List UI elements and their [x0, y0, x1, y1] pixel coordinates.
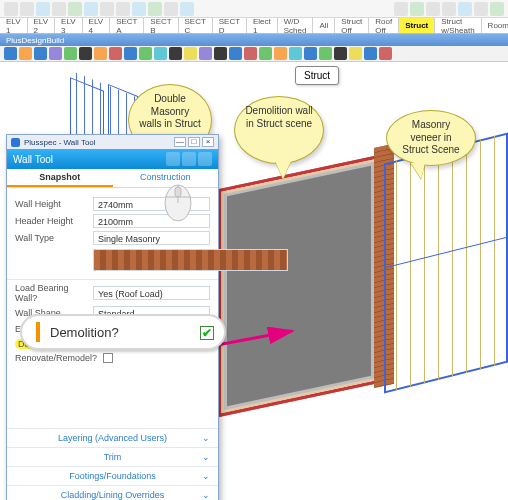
pd-icon[interactable]: [184, 47, 197, 60]
scene-tab-structsheath[interactable]: Struct w/Sheath: [435, 18, 481, 33]
wall-type-select[interactable]: Single Masonry: [93, 231, 210, 245]
pd-icon[interactable]: [4, 47, 17, 60]
scene-tab-struct[interactable]: Struct: [399, 18, 435, 33]
panel-min-button[interactable]: —: [174, 137, 186, 147]
section-footings[interactable]: Footings/Foundations ⌄: [7, 466, 218, 485]
veneer-stud: [438, 150, 439, 380]
panel-header-title: Wall Tool: [13, 154, 53, 165]
section-layering-label: Layering (Advanced Users): [58, 433, 167, 443]
section-layering[interactable]: Layering (Advanced Users) ⌄: [7, 428, 218, 447]
demolition-zoom-checkbox[interactable]: ✔: [200, 326, 214, 340]
pd-icon[interactable]: [109, 47, 122, 60]
scene-tab-sect-b[interactable]: SECT B: [144, 18, 178, 33]
veneer-stud: [396, 160, 397, 390]
panel-window-title: Plusspec - Wall Tool: [24, 138, 96, 147]
pd-icon[interactable]: [244, 47, 257, 60]
toolbar-icon[interactable]: [442, 2, 456, 16]
load-bearing-select[interactable]: Yes (Roof Load): [93, 286, 210, 300]
pd-icon[interactable]: [229, 47, 242, 60]
pd-icon[interactable]: [214, 47, 227, 60]
scene-tab-elv2[interactable]: ELV 2: [28, 18, 56, 33]
scene-tab-roofoff[interactable]: Roof Off: [369, 18, 399, 33]
pd-icon[interactable]: [259, 47, 272, 60]
pd-icon[interactable]: [49, 47, 62, 60]
scene-tab-elv1[interactable]: ELV 1: [0, 18, 28, 33]
demolition-wall-face: [218, 155, 380, 417]
wall-type-label: Wall Type: [15, 233, 87, 243]
material-swatch[interactable]: [93, 249, 288, 271]
pd-icon[interactable]: [169, 47, 182, 60]
extension-titlebar: PlusDesignBuild: [0, 34, 508, 46]
panel-close-button[interactable]: ×: [202, 137, 214, 147]
pd-icon[interactable]: [94, 47, 107, 60]
struct-tooltip: Struct: [295, 66, 339, 85]
scene-tab-structoff[interactable]: Struct Off: [335, 18, 369, 33]
toolbar-icon[interactable]: [52, 2, 66, 16]
pd-icon[interactable]: [379, 47, 392, 60]
toolbar-icon[interactable]: [36, 2, 50, 16]
toolbar-icon[interactable]: [84, 2, 98, 16]
scene-tab-elect1[interactable]: Elect 1: [247, 18, 278, 33]
pd-icon[interactable]: [64, 47, 77, 60]
section-cladding[interactable]: Cladding/Lining Overrides ⌄: [7, 485, 218, 500]
toolbar-icon[interactable]: [116, 2, 130, 16]
panel-max-button[interactable]: □: [188, 137, 200, 147]
section-footings-label: Footings/Foundations: [69, 471, 156, 481]
panel-window-titlebar[interactable]: Plusspec - Wall Tool — □ ×: [7, 135, 218, 149]
toolbar-icon[interactable]: [394, 2, 408, 16]
plusdesign-toolbar[interactable]: [0, 46, 508, 62]
renovate-checkbox[interactable]: [103, 353, 113, 363]
main-toolbar[interactable]: [0, 0, 508, 18]
panel-header-icon[interactable]: [198, 152, 212, 166]
toolbar-icon[interactable]: [426, 2, 440, 16]
scene-tab-sect-a[interactable]: SECT A: [110, 18, 144, 33]
veneer-frame[interactable]: [384, 133, 508, 394]
panel-tab-snapshot[interactable]: Snapshot: [7, 169, 113, 187]
mouse-hint-icon: [162, 177, 194, 223]
section-trim[interactable]: Trim ⌄: [7, 447, 218, 466]
pd-icon[interactable]: [154, 47, 167, 60]
toolbar-icon[interactable]: [132, 2, 146, 16]
pd-icon[interactable]: [19, 47, 32, 60]
toolbar-icon[interactable]: [490, 2, 504, 16]
callout-text: Demolition wall in Struct scene: [245, 105, 312, 129]
svg-rect-2: [175, 187, 181, 197]
toolbar-icon[interactable]: [100, 2, 114, 16]
toolbar-icon[interactable]: [4, 2, 18, 16]
toolbar-icon[interactable]: [458, 2, 472, 16]
pd-icon[interactable]: [79, 47, 92, 60]
panel-header-icon[interactable]: [182, 152, 196, 166]
pd-icon[interactable]: [364, 47, 377, 60]
scene-tab-sect-d[interactable]: SECT D: [213, 18, 247, 33]
scene-tab-rooms[interactable]: Rooms/Areas: [482, 18, 508, 33]
toolbar-icon[interactable]: [474, 2, 488, 16]
pd-icon[interactable]: [124, 47, 137, 60]
toolbar-icon[interactable]: [180, 2, 194, 16]
demolition-zoom-bubble: Demolition? ✔: [20, 314, 226, 350]
pd-icon[interactable]: [304, 47, 317, 60]
extension-title: PlusDesignBuild: [6, 36, 64, 45]
veneer-stud: [480, 139, 481, 369]
pd-icon[interactable]: [349, 47, 362, 60]
demolition-wall[interactable]: [218, 155, 380, 417]
scene-tab-elv3[interactable]: ELV 3: [55, 18, 83, 33]
toolbar-icon[interactable]: [148, 2, 162, 16]
toolbar-icon[interactable]: [410, 2, 424, 16]
pd-icon[interactable]: [34, 47, 47, 60]
panel-header-icon[interactable]: [166, 152, 180, 166]
pd-icon[interactable]: [289, 47, 302, 60]
scene-tab-all[interactable]: All: [313, 18, 335, 33]
toolbar-icon[interactable]: [68, 2, 82, 16]
pd-icon[interactable]: [334, 47, 347, 60]
scene-tab-wdsched[interactable]: W/D Sched: [278, 18, 314, 33]
load-bearing-label: Load Bearing Wall?: [15, 283, 87, 303]
pd-icon[interactable]: [274, 47, 287, 60]
toolbar-icon[interactable]: [20, 2, 34, 16]
toolbar-icon[interactable]: [164, 2, 178, 16]
pd-icon[interactable]: [199, 47, 212, 60]
chevron-down-icon: ⌄: [202, 452, 210, 462]
scene-tab-elv4[interactable]: ELV 4: [83, 18, 111, 33]
scene-tab-sect-c[interactable]: SECT C: [179, 18, 213, 33]
pd-icon[interactable]: [139, 47, 152, 60]
pd-icon[interactable]: [319, 47, 332, 60]
